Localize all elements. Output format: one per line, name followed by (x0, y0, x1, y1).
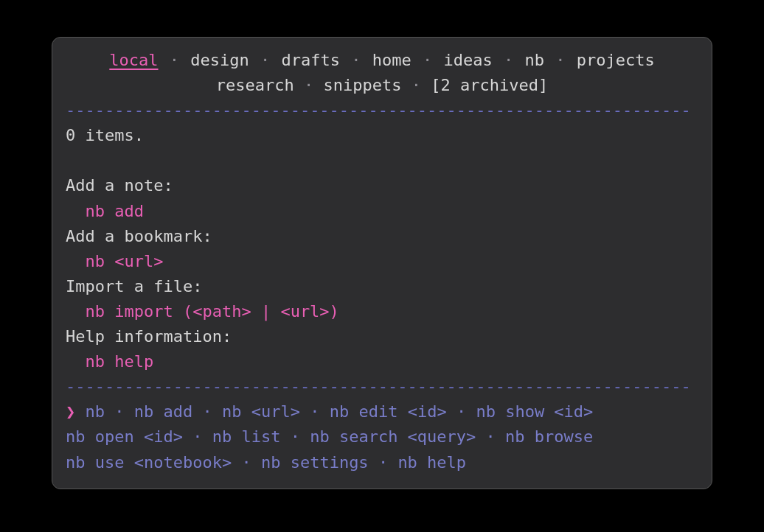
hint-help-label: Help information: (66, 324, 698, 349)
separator: · (170, 51, 179, 69)
divider-bottom: ----------------------------------------… (66, 374, 698, 399)
separator: · (504, 51, 513, 69)
separator: · (260, 51, 270, 69)
cmd-nb-url: nb <url> (222, 402, 300, 421)
notebook-snippets[interactable]: snippets (324, 76, 402, 94)
separator: · (486, 427, 496, 446)
terminal-window: local · design · drafts · home · ideas ·… (52, 37, 712, 489)
notebook-research[interactable]: research (216, 76, 294, 94)
footer-line1: ❯ nb · nb add · nb <url> · nb edit <id> … (66, 399, 698, 424)
cmd-nb-help: nb help (397, 453, 466, 472)
cmd-nb-use: nb use <notebook> (66, 453, 232, 472)
notebook-nav-line2: research · snippets · [2 archived] (66, 73, 698, 98)
cmd-nb-add: nb add (134, 402, 192, 421)
separator: · (202, 402, 212, 421)
separator: · (456, 402, 466, 421)
separator: · (310, 402, 319, 421)
notebook-home[interactable]: home (372, 51, 411, 69)
separator: · (423, 51, 432, 69)
separator: · (351, 51, 361, 69)
notebook-drafts[interactable]: drafts (282, 51, 340, 69)
cmd-nb-settings: nb settings (261, 453, 369, 472)
cmd-nb-browse: nb browse (505, 427, 593, 446)
notebook-projects[interactable]: projects (577, 51, 655, 69)
blank-line (66, 148, 698, 173)
archived-indicator[interactable]: [2 archived] (431, 76, 548, 94)
notebook-nav-line1: local · design · drafts · home · ideas ·… (66, 48, 698, 73)
footer-line2: nb open <id> · nb list · nb search <quer… (66, 424, 698, 449)
hint-add-bookmark-cmd: nb <url> (85, 249, 698, 274)
cmd-nb-search: nb search <query> (310, 427, 476, 446)
hint-import-cmd: nb import (<path> | <url>) (85, 299, 698, 324)
separator: · (378, 453, 388, 472)
separator: · (411, 76, 421, 94)
hint-help-cmd: nb help (85, 349, 698, 374)
cmd-nb-list: nb list (212, 427, 281, 446)
divider-top: ----------------------------------------… (66, 98, 698, 123)
hint-import-label: Import a file: (66, 274, 698, 299)
separator: · (192, 427, 202, 446)
notebook-ideas[interactable]: ideas (443, 51, 492, 69)
cmd-nb-open: nb open <id> (66, 427, 183, 446)
separator: · (241, 453, 251, 472)
notebook-design[interactable]: design (190, 51, 249, 69)
separator: · (555, 51, 565, 69)
current-notebook[interactable]: local (109, 51, 158, 69)
item-count: 0 items. (66, 123, 698, 148)
hint-add-note-cmd: nb add (85, 199, 698, 224)
separator: · (291, 427, 300, 446)
separator: · (304, 76, 313, 94)
prompt-caret: ❯ (66, 402, 75, 421)
hint-add-bookmark-label: Add a bookmark: (66, 224, 698, 249)
hint-add-note-label: Add a note: (66, 173, 698, 198)
cmd-nb-edit: nb edit <id> (330, 402, 447, 421)
cmd-nb: nb (86, 402, 105, 421)
separator: · (114, 402, 124, 421)
cmd-nb-show: nb show <id> (476, 402, 593, 421)
footer-line3: nb use <notebook> · nb settings · nb hel… (66, 450, 698, 475)
notebook-nb[interactable]: nb (524, 51, 544, 69)
